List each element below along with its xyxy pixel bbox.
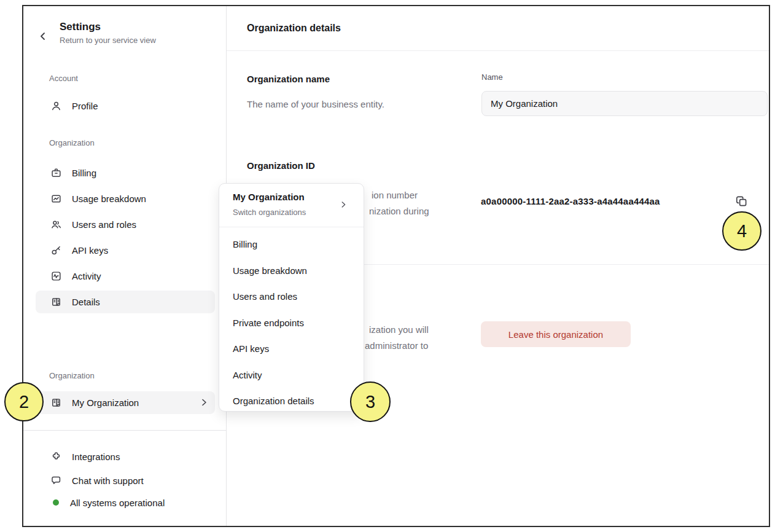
user-icon (51, 101, 61, 111)
sidebar-item-details[interactable]: Details (36, 291, 215, 313)
chevron-left-icon (38, 31, 48, 42)
sidebar-item-label: Details (72, 297, 100, 307)
org-id-description-fragment-1: ion number (372, 190, 418, 200)
menu-item-api-keys[interactable]: API keys (219, 336, 364, 362)
menu-item-billing[interactable]: Billing (219, 232, 364, 258)
sidebar-item-label: My Organization (72, 397, 139, 408)
status-label: All systems operational (70, 498, 165, 508)
billing-icon (51, 168, 61, 178)
sidebar-item-users-and-roles[interactable]: Users and roles (36, 213, 215, 236)
sidebar-item-system-status[interactable]: All systems operational (36, 491, 215, 514)
sidebar-footer-divider (23, 430, 226, 431)
section-label-organization: Organization (49, 138, 95, 147)
sidebar-item-chat-support[interactable]: Chat with support (36, 469, 215, 491)
annotation-step-2: 2 (4, 382, 44, 421)
usage-chart-icon (51, 194, 61, 204)
menu-item-users-and-roles[interactable]: Users and roles (219, 284, 364, 310)
menu-item-organization-details[interactable]: Organization details (219, 388, 364, 415)
sidebar-item-label: Chat with support (72, 475, 144, 486)
popup-menu: Billing Usage breakdown Users and roles … (219, 232, 364, 415)
popup-org-name: My Organization (233, 192, 305, 202)
building-icon (51, 297, 61, 307)
sidebar-item-activity[interactable]: Activity (36, 265, 215, 288)
org-name-input[interactable] (481, 91, 768, 116)
sidebar-item-label: Profile (72, 101, 98, 111)
sidebar-item-label: Billing (72, 168, 96, 178)
chevron-right-icon (339, 200, 348, 209)
chat-icon (51, 475, 61, 486)
leave-description-fragment-1: ization you will (369, 324, 429, 335)
copy-org-id-button[interactable] (733, 192, 750, 209)
name-field-label: Name (481, 72, 503, 82)
section-label-account: Account (49, 74, 78, 83)
sidebar-item-api-keys[interactable]: API keys (36, 239, 215, 262)
popup-divider (219, 227, 364, 227)
menu-item-usage-breakdown[interactable]: Usage breakdown (219, 258, 364, 284)
sidebar-item-label: Integrations (72, 452, 120, 462)
popup-org-subtitle: Switch organizations (233, 208, 306, 217)
sidebar-item-label: Activity (72, 271, 101, 281)
sidebar-item-usage-breakdown[interactable]: Usage breakdown (36, 187, 215, 210)
org-id-description-fragment-2: nization during (369, 206, 429, 216)
copy-icon (736, 195, 747, 207)
integrations-icon (51, 452, 61, 462)
sidebar-item-integrations[interactable]: Integrations (36, 445, 215, 467)
sidebar-subtitle: Return to your service view (60, 36, 156, 45)
sidebar-item-label: API keys (72, 245, 108, 256)
section-label-organization-switcher: Organization (49, 371, 95, 380)
users-icon (51, 219, 61, 230)
annotation-step-4: 4 (722, 211, 761, 251)
leave-organization-button[interactable]: Leave this organization (481, 321, 631, 347)
back-button[interactable] (38, 31, 48, 42)
title-divider (227, 50, 769, 51)
sidebar-item-billing[interactable]: Billing (36, 162, 215, 184)
building-icon (51, 397, 61, 408)
annotation-step-3: 3 (350, 381, 391, 422)
sidebar-item-label: Users and roles (72, 219, 136, 230)
menu-item-activity[interactable]: Activity (219, 362, 364, 389)
popup-header-my-organization[interactable]: My Organization Switch organizations (219, 184, 364, 227)
menu-item-private-endpoints[interactable]: Private endpoints (219, 310, 364, 337)
org-id-heading: Organization ID (247, 160, 315, 171)
sidebar-title: Settings (60, 21, 101, 33)
sidebar-item-label: Usage breakdown (72, 194, 146, 204)
organization-switcher-popup: My Organization Switch organizations Bil… (219, 183, 364, 412)
sidebar-item-my-organization[interactable]: My Organization (36, 391, 215, 414)
leave-description-fragment-2: administrator to (365, 340, 428, 351)
status-dot (53, 499, 59, 506)
org-name-heading: Organization name (247, 74, 330, 84)
org-name-description: The name of your business entity. (247, 99, 384, 109)
page-title: Organization details (247, 23, 341, 34)
chevron-right-icon (199, 397, 209, 407)
activity-icon (51, 271, 61, 281)
key-icon (51, 245, 61, 256)
org-id-value: a0a00000-1111-2aa2-a333-a4a44aa444aa (481, 196, 660, 206)
sidebar-item-profile[interactable]: Profile (36, 95, 215, 117)
screenshot-canvas: Settings Return to your service view Acc… (0, 0, 775, 532)
